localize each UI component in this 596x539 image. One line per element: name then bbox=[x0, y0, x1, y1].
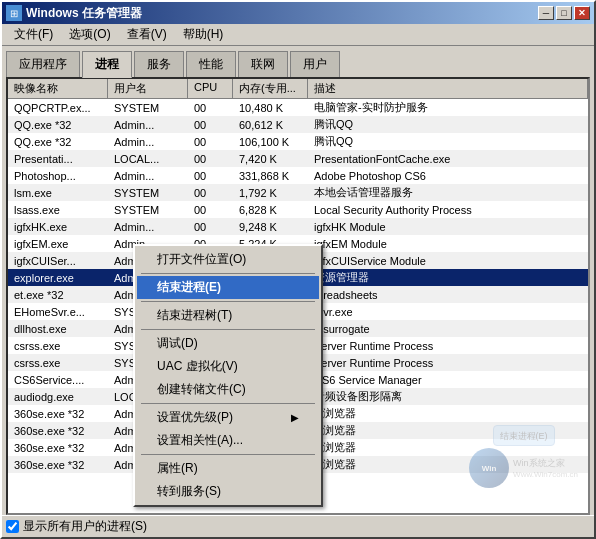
tab-services[interactable]: 服务 bbox=[134, 51, 184, 78]
cell-cpu: 00 bbox=[188, 152, 233, 166]
table-row[interactable]: igfxHK.exe Admin... 00 9,248 K igfxHK Mo… bbox=[8, 218, 588, 235]
maximize-button[interactable]: □ bbox=[556, 6, 572, 20]
menu-help[interactable]: 帮助(H) bbox=[175, 24, 232, 45]
close-button[interactable]: ✕ bbox=[574, 6, 590, 20]
cell-name: 360se.exe *32 bbox=[8, 424, 108, 438]
ctx-set-priority[interactable]: 设置优先级(P) ▶ bbox=[137, 406, 319, 429]
watermark-badge: 结束进程(E) bbox=[500, 431, 548, 441]
col-header-name[interactable]: 映像名称 bbox=[8, 79, 108, 98]
cell-name: Presentati... bbox=[8, 152, 108, 166]
col-header-cpu[interactable]: CPU bbox=[188, 79, 233, 98]
cell-desc: Adobe Photoshop CS6 bbox=[308, 169, 588, 183]
cell-user: SYSTEM bbox=[108, 186, 188, 200]
cell-desc: Server Runtime Process bbox=[308, 356, 588, 370]
menu-view[interactable]: 查看(V) bbox=[119, 24, 175, 45]
cell-name: lsm.exe bbox=[8, 186, 108, 200]
table-row[interactable]: lsm.exe SYSTEM 00 1,792 K 本地会话管理器服务 bbox=[8, 184, 588, 201]
ctx-uac[interactable]: UAC 虚拟化(V) bbox=[137, 355, 319, 378]
tab-processes[interactable]: 进程 bbox=[82, 51, 132, 78]
cell-user: SYSTEM bbox=[108, 101, 188, 115]
cell-name: lsass.exe bbox=[8, 203, 108, 217]
cell-name: 360se.exe *32 bbox=[8, 458, 108, 472]
context-menu: 打开文件位置(O) 结束进程(E) 结束进程树(T) 调试(D) UAC 虚拟化… bbox=[133, 244, 323, 507]
cell-name: QQ.exe *32 bbox=[8, 118, 108, 132]
show-all-users[interactable]: 显示所有用户的进程(S) bbox=[6, 518, 147, 535]
cell-user: Admin... bbox=[108, 169, 188, 183]
cell-cpu: 00 bbox=[188, 118, 233, 132]
cell-name: explorer.exe bbox=[8, 271, 108, 285]
tab-performance[interactable]: 性能 bbox=[186, 51, 236, 78]
cell-cpu: 00 bbox=[188, 186, 233, 200]
status-bar: 显示所有用户的进程(S) bbox=[2, 515, 594, 537]
cell-desc: ...vr.exe bbox=[308, 305, 588, 319]
title-bar-left: ⊞ Windows 任务管理器 bbox=[6, 5, 142, 22]
cell-mem: 9,248 K bbox=[233, 220, 308, 234]
show-all-users-label: 显示所有用户的进程(S) bbox=[23, 518, 147, 535]
show-all-users-checkbox[interactable] bbox=[6, 520, 19, 533]
col-header-mem[interactable]: 内存(专用... bbox=[233, 79, 308, 98]
cell-cpu: 00 bbox=[188, 203, 233, 217]
watermark-site: Win系统之家 bbox=[513, 457, 578, 470]
cell-mem: 10,480 K bbox=[233, 101, 308, 115]
cell-user: Admin... bbox=[108, 220, 188, 234]
ctx-end-process[interactable]: 结束进程(E) bbox=[137, 276, 319, 299]
table-header: 映像名称 用户名 CPU 内存(专用... 描述 bbox=[8, 79, 588, 99]
minimize-button[interactable]: ─ bbox=[538, 6, 554, 20]
cell-name: Photoshop... bbox=[8, 169, 108, 183]
watermark-url: Www.Win7com.cn bbox=[513, 470, 578, 479]
cell-name: csrss.exe bbox=[8, 356, 108, 370]
title-bar: ⊞ Windows 任务管理器 ─ □ ✕ bbox=[2, 2, 594, 24]
ctx-sep-2 bbox=[141, 301, 315, 302]
cell-mem: 331,868 K bbox=[233, 169, 308, 183]
cell-desc: igfxEM Module bbox=[308, 237, 588, 251]
title-buttons: ─ □ ✕ bbox=[538, 6, 590, 20]
cell-name: igfxCUISer... bbox=[8, 254, 108, 268]
cell-desc: 腾讯QQ bbox=[308, 133, 588, 150]
cell-mem: 1,792 K bbox=[233, 186, 308, 200]
table-row[interactable]: Photoshop... Admin... 00 331,868 K Adobe… bbox=[8, 167, 588, 184]
tab-applications[interactable]: 应用程序 bbox=[6, 51, 80, 78]
cell-desc: Local Security Authority Process bbox=[308, 203, 588, 217]
table-row[interactable]: QQPCRTP.ex... SYSTEM 00 10,480 K 电脑管家-实时… bbox=[8, 99, 588, 116]
cell-name: CS6Service.... bbox=[8, 373, 108, 387]
tab-network[interactable]: 联网 bbox=[238, 51, 288, 78]
ctx-debug[interactable]: 调试(D) bbox=[137, 332, 319, 355]
ctx-end-process-tree[interactable]: 结束进程树(T) bbox=[137, 304, 319, 327]
ctx-set-affinity[interactable]: 设置相关性(A)... bbox=[137, 429, 319, 452]
table-row[interactable]: Presentati... LOCAL... 00 7,420 K Presen… bbox=[8, 150, 588, 167]
table-row[interactable]: lsass.exe SYSTEM 00 6,828 K Local Securi… bbox=[8, 201, 588, 218]
ctx-set-priority-label: 设置优先级(P) bbox=[157, 409, 233, 426]
cell-desc: 本地会话管理器服务 bbox=[308, 184, 588, 201]
cell-cpu: 00 bbox=[188, 220, 233, 234]
cell-name: 360se.exe *32 bbox=[8, 407, 108, 421]
table-row[interactable]: QQ.exe *32 Admin... 00 60,612 K 腾讯QQ bbox=[8, 116, 588, 133]
col-header-desc[interactable]: 描述 bbox=[308, 79, 588, 98]
tab-users[interactable]: 用户 bbox=[290, 51, 340, 78]
cell-desc: ...浏览器 bbox=[308, 405, 588, 422]
cell-name: audiodg.exe bbox=[8, 390, 108, 404]
cell-user: Admin... bbox=[108, 135, 188, 149]
cell-cpu: 00 bbox=[188, 135, 233, 149]
cell-user: Admin... bbox=[108, 118, 188, 132]
cell-name: QQ.exe *32 bbox=[8, 135, 108, 149]
cell-desc: Server Runtime Process bbox=[308, 339, 588, 353]
task-manager-window: ⊞ Windows 任务管理器 ─ □ ✕ 文件(F) 选项(O) 查看(V) … bbox=[0, 0, 596, 539]
menu-options[interactable]: 选项(O) bbox=[61, 24, 118, 45]
cell-name: csrss.exe bbox=[8, 339, 108, 353]
ctx-properties[interactable]: 属性(R) bbox=[137, 457, 319, 480]
ctx-open-location[interactable]: 打开文件位置(O) bbox=[137, 248, 319, 271]
cell-desc: ...surrogate bbox=[308, 322, 588, 336]
window-title: Windows 任务管理器 bbox=[26, 5, 142, 22]
menu-bar: 文件(F) 选项(O) 查看(V) 帮助(H) bbox=[2, 24, 594, 46]
ctx-create-dump[interactable]: 创建转储文件(C) bbox=[137, 378, 319, 401]
col-header-user[interactable]: 用户名 bbox=[108, 79, 188, 98]
cell-mem: 106,100 K bbox=[233, 135, 308, 149]
ctx-sep-1 bbox=[141, 273, 315, 274]
table-row[interactable]: QQ.exe *32 Admin... 00 106,100 K 腾讯QQ bbox=[8, 133, 588, 150]
ctx-sep-3 bbox=[141, 329, 315, 330]
ctx-goto-services[interactable]: 转到服务(S) bbox=[137, 480, 319, 503]
cell-mem: 6,828 K bbox=[233, 203, 308, 217]
cell-user: LOCAL... bbox=[108, 152, 188, 166]
cell-name: igfxHK.exe bbox=[8, 220, 108, 234]
menu-file[interactable]: 文件(F) bbox=[6, 24, 61, 45]
